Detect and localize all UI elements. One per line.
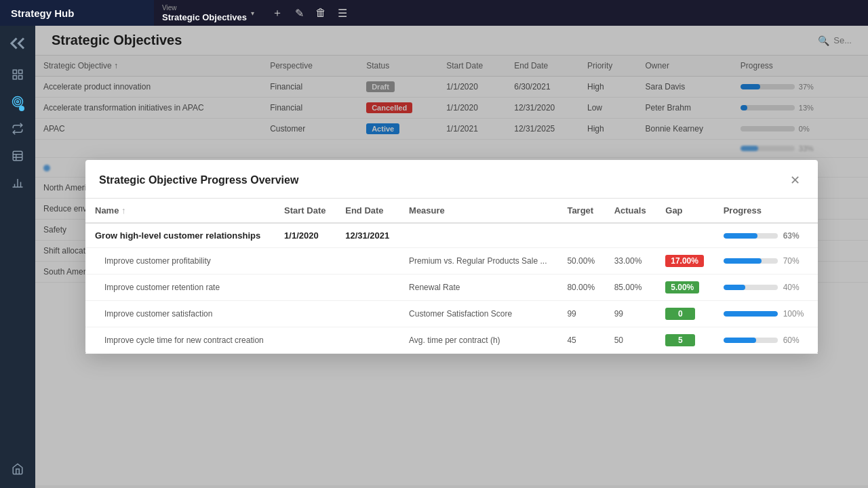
modal-progress-bg <box>724 285 778 290</box>
svg-rect-7 <box>13 151 22 161</box>
modal-progress-bg <box>724 233 778 239</box>
modal-progress-wrap: 63% <box>724 231 808 241</box>
group-cell-measure <box>399 223 557 248</box>
svg-point-6 <box>17 101 19 103</box>
group-cell-gap <box>656 223 713 248</box>
chevrons-left-icon <box>5 31 30 56</box>
child-cell-progress: 100% <box>714 301 818 327</box>
add-button[interactable]: ＋ <box>268 3 287 22</box>
child-cell-actuals: 50 <box>605 327 656 354</box>
modal-progress-wrap: 70% <box>724 256 808 266</box>
modal-progress-bg <box>724 258 778 264</box>
chart-icon <box>12 177 24 189</box>
view-selector[interactable]: View Strategic Objectives ▾ <box>154 4 262 22</box>
svg-rect-3 <box>19 76 22 79</box>
child-cell-start <box>275 301 336 327</box>
modal-col-name: Name ↑ <box>85 199 275 223</box>
modal-table-body: Grow high-level customer relationships 1… <box>85 223 818 354</box>
modal-progress-bg <box>724 338 778 343</box>
sidebar-item-chart[interactable] <box>5 171 30 195</box>
child-cell-start <box>275 274 336 301</box>
child-cell-measure: Avg. time per contract (h) <box>399 327 557 354</box>
child-cell-progress: 60% <box>714 327 818 354</box>
main-body: Strategic Objectives 🔍 Se... Strategic O… <box>0 26 868 488</box>
modal-col-gap: Gap <box>656 199 713 223</box>
group-cell-start: 1/1/2020 <box>275 223 336 248</box>
table-icon <box>12 150 24 162</box>
modal-header-row: Name ↑ Start Date End Date Measure Targe… <box>85 199 818 223</box>
group-cell-progress: 63% <box>714 223 818 248</box>
child-cell-name: Improve cycle time for new contract crea… <box>85 327 275 354</box>
child-cell-end <box>336 248 399 274</box>
delete-button[interactable]: 🗑 <box>311 3 330 22</box>
edit-button[interactable]: ✎ <box>290 3 309 22</box>
sidebar-toggle[interactable] <box>5 31 30 56</box>
gap-badge: 5.00% <box>665 281 699 293</box>
modal-col-end: End Date <box>336 199 399 223</box>
list-view-button[interactable]: ☰ <box>333 3 352 22</box>
child-cell-gap: 17.00% <box>656 248 713 274</box>
modal-progress-pct: 63% <box>783 231 808 241</box>
sidebar-item-objectives[interactable] <box>5 89 30 114</box>
svg-rect-1 <box>19 70 22 73</box>
group-cell-actuals <box>605 223 656 248</box>
modal-progress-wrap: 40% <box>724 283 808 292</box>
child-cell-measure: Premium vs. Regular Products Sale ... <box>399 248 557 274</box>
modal-child-row[interactable]: Improve customer profitability Premium v… <box>85 248 818 274</box>
child-cell-end <box>336 327 399 354</box>
sidebar-item-table[interactable] <box>5 144 30 168</box>
gap-badge: 5 <box>665 334 695 346</box>
child-cell-gap: 5.00% <box>656 274 713 301</box>
modal-col-start: Start Date <box>275 199 336 223</box>
home-icon <box>12 463 24 475</box>
modal-close-button[interactable]: ✕ <box>785 171 804 190</box>
modal-col-progress: Progress <box>714 199 818 223</box>
chevron-down-icon: ▾ <box>251 9 254 17</box>
modal-progress-pct: 60% <box>783 336 808 345</box>
modal-progress-pct: 70% <box>783 256 808 266</box>
grid-icon <box>12 68 24 81</box>
modal-progress-fill <box>724 311 778 317</box>
group-cell-end: 12/31/2021 <box>336 223 399 248</box>
group-cell-name: Grow high-level customer relationships <box>85 223 275 248</box>
child-cell-measure: Renewal Rate <box>399 274 557 301</box>
child-cell-start <box>275 248 336 274</box>
child-cell-start <box>275 327 336 354</box>
sidebar <box>0 26 35 488</box>
modal-col-target: Target <box>557 199 604 223</box>
modal-progress-wrap: 60% <box>724 336 808 345</box>
sidebar-item-grid[interactable] <box>5 62 30 87</box>
modal-group-row[interactable]: Grow high-level customer relationships 1… <box>85 223 818 248</box>
top-bar: Strategy Hub View Strategic Objectives ▾… <box>0 0 868 26</box>
sidebar-item-share[interactable] <box>5 117 30 141</box>
share-icon <box>12 123 24 135</box>
sidebar-bottom <box>5 455 30 483</box>
view-label: View <box>162 4 247 12</box>
modal-child-row[interactable]: Improve customer satisfaction Customer S… <box>85 301 818 327</box>
svg-point-5 <box>15 99 21 105</box>
modal-col-actuals: Actuals <box>605 199 656 223</box>
child-cell-actuals: 99 <box>605 301 656 327</box>
modal-child-row[interactable]: Improve cycle time for new contract crea… <box>85 327 818 354</box>
modal-progress-wrap: 100% <box>724 309 808 319</box>
child-cell-gap: 0 <box>656 301 713 327</box>
view-name: Strategic Objectives <box>162 12 247 22</box>
child-cell-target: 45 <box>557 327 604 354</box>
svg-rect-0 <box>13 70 16 73</box>
child-cell-target: 50.00% <box>557 248 604 274</box>
child-cell-name: Improve customer satisfaction <box>85 301 275 327</box>
child-cell-end <box>336 301 399 327</box>
brand-logo: Strategy Hub <box>0 0 154 26</box>
modal-col-measure: Measure <box>399 199 557 223</box>
child-cell-progress: 70% <box>714 248 818 274</box>
modal-title: Strategic Objective Progress Overview <box>99 174 298 186</box>
modal-table: Name ↑ Start Date End Date Measure Targe… <box>85 199 818 354</box>
child-cell-progress: 40% <box>714 274 818 301</box>
sidebar-item-home[interactable] <box>5 457 30 481</box>
modal-progress-pct: 100% <box>783 309 808 319</box>
content-area: Strategic Objectives 🔍 Se... Strategic O… <box>35 26 868 488</box>
modal-table-wrap: Name ↑ Start Date End Date Measure Targe… <box>85 199 818 354</box>
modal-progress-fill <box>724 233 757 239</box>
modal-progress-fill <box>724 285 745 290</box>
modal-child-row[interactable]: Improve customer retention rate Renewal … <box>85 274 818 301</box>
